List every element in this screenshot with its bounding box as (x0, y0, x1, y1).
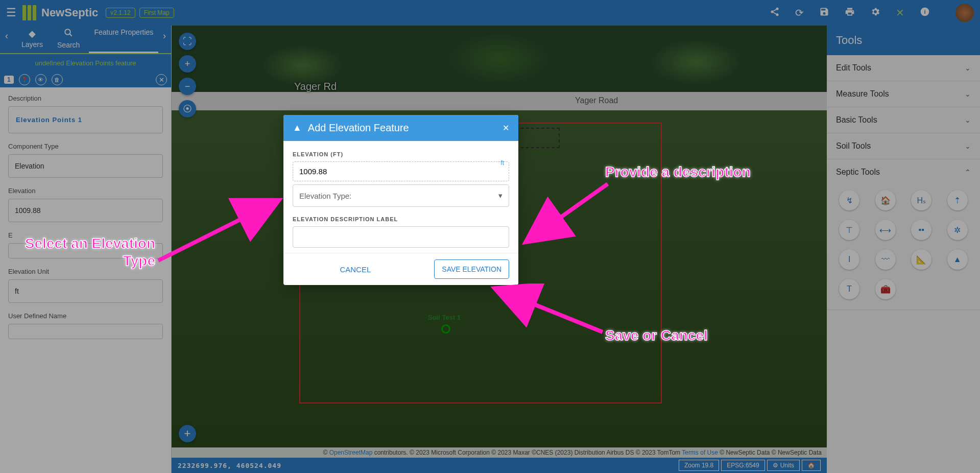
elevation-ft-label: Elevation (ft) (293, 151, 509, 157)
save-elevation-button[interactable]: SAVE ELEVATION (434, 259, 509, 279)
elevation-desc-label: Elevation Description Label (293, 216, 509, 222)
chevron-down-icon: ▾ (498, 191, 503, 200)
elevation-ft-input[interactable] (293, 161, 509, 181)
modal-header: ▲ Add Elevation Feature ✕ (283, 115, 518, 141)
cancel-button[interactable]: CANCEL (332, 260, 378, 279)
elevation-type-placeholder: Elevation Type: (299, 192, 351, 200)
elevation-unit-suffix: ft (500, 159, 504, 167)
add-elevation-modal: ▲ Add Elevation Feature ✕ Elevation (ft)… (283, 115, 518, 285)
modal-footer: CANCEL SAVE ELEVATION (283, 253, 518, 285)
modal-title: Add Elevation Feature (308, 122, 503, 134)
elevation-desc-input[interactable] (293, 226, 509, 248)
triangle-icon: ▲ (293, 123, 302, 133)
elevation-type-select[interactable]: Elevation Type: ▾ (293, 184, 509, 207)
modal-close-button[interactable]: ✕ (503, 123, 509, 133)
modal-body: Elevation (ft) ft Elevation Type: ▾ Elev… (283, 141, 518, 253)
